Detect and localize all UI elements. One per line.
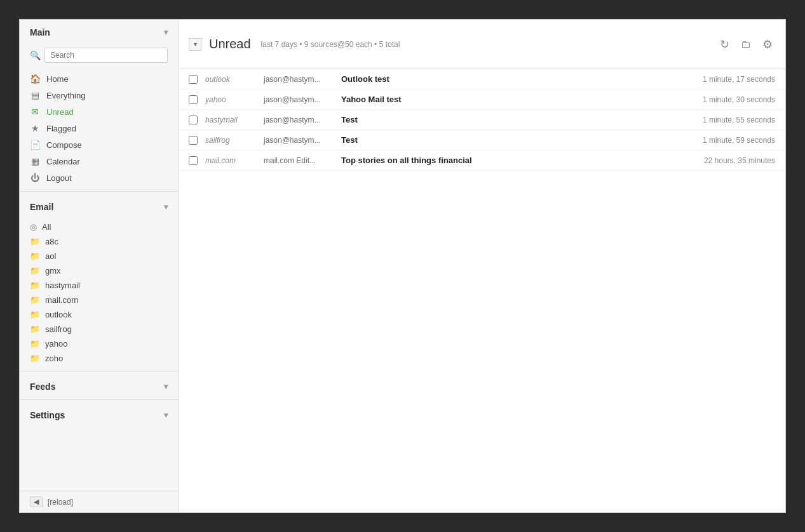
email-subject: Top stories on all things financial <box>341 156 679 165</box>
main-section-header[interactable]: Main ▾ <box>20 20 178 43</box>
settings-section-label: Settings <box>30 410 65 420</box>
email-from: jason@hastym... <box>264 95 334 104</box>
sidebar-item-compose[interactable]: 📄 Compose <box>20 136 178 153</box>
email-from: jason@hastym... <box>264 116 334 124</box>
email-source: hastymail <box>205 116 256 124</box>
folder-zoho-icon: 📁 <box>30 354 40 363</box>
table-row[interactable]: hastymail jason@hastym... Test 1 minute,… <box>179 110 785 130</box>
sidebar-item-calendar[interactable]: ▦ Calendar <box>20 153 178 170</box>
collapse-sidebar-button[interactable]: ◀ <box>30 496 43 507</box>
sidebar-item-logout[interactable]: ⏻ Logout <box>20 170 178 186</box>
flagged-icon: ★ <box>30 123 40 133</box>
main-header: ▾ Unread last 7 days • 9 sources@50 each… <box>179 20 785 69</box>
email-subject: Test <box>341 135 679 145</box>
search-icon: 🔍 <box>30 50 41 60</box>
folder-hastymail-icon: 📁 <box>30 281 40 290</box>
table-row[interactable]: mail.com mail.com Edit... Top stories on… <box>179 150 785 171</box>
settings-chevron-icon: ▾ <box>164 411 168 420</box>
main-nav: 🏠 Home ▤ Everything ✉ Unread ★ Flagged 📄… <box>20 68 178 189</box>
table-row[interactable]: outlook jason@hastym... Outlook test 1 m… <box>179 69 785 90</box>
folder-a8c-icon: 📁 <box>30 237 40 246</box>
feeds-section-label: Feeds <box>30 382 55 392</box>
email-item-hastymail[interactable]: 📁 hastymail <box>20 278 178 293</box>
divider-2 <box>20 371 178 371</box>
unread-icon: ✉ <box>30 107 40 117</box>
email-source: outlook <box>205 75 256 84</box>
all-icon: ◎ <box>30 222 37 232</box>
folder-sailfrog-icon: 📁 <box>30 324 40 334</box>
compose-icon: 📄 <box>30 140 40 150</box>
folder-aol-icon: 📁 <box>30 251 40 261</box>
email-from: jason@hastym... <box>264 75 334 84</box>
search-container: 🔍 <box>20 43 178 68</box>
email-time: 1 minute, 30 seconds <box>686 95 775 104</box>
email-item-mailcom[interactable]: 📁 mail.com <box>20 293 178 307</box>
email-section-label: Email <box>30 202 53 212</box>
table-row[interactable]: yahoo jason@hastym... Yahoo Mail test 1 … <box>179 90 785 110</box>
folder-button[interactable]: 🗀 <box>738 35 754 54</box>
refresh-button[interactable]: ↻ <box>717 35 732 54</box>
divider-3 <box>20 399 178 400</box>
header-dropdown-icon: ▾ <box>194 41 197 48</box>
sidebar-item-flagged[interactable]: ★ Flagged <box>20 120 178 136</box>
email-item-sailfrog[interactable]: 📁 sailfrog <box>20 322 178 336</box>
main-content: ▾ Unread last 7 days • 9 sources@50 each… <box>179 20 785 512</box>
sidebar-item-unread[interactable]: ✉ Unread <box>20 103 178 120</box>
email-time: 1 minute, 55 seconds <box>686 116 775 124</box>
email-from: mail.com Edit... <box>264 156 334 165</box>
email-checkbox-4[interactable] <box>189 156 198 165</box>
email-item-a8c[interactable]: 📁 a8c <box>20 234 178 249</box>
email-chevron-icon: ▾ <box>164 203 168 211</box>
logout-icon: ⏻ <box>30 173 40 183</box>
divider-1 <box>20 191 178 192</box>
email-checkbox-3[interactable] <box>189 136 198 145</box>
email-subject: Outlook test <box>341 74 679 84</box>
home-icon: 🏠 <box>30 74 40 84</box>
everything-icon: ▤ <box>30 90 40 100</box>
sidebar-item-everything[interactable]: ▤ Everything <box>20 87 178 103</box>
email-source: sailfrog <box>205 136 256 145</box>
header-title: Unread <box>209 37 251 51</box>
feeds-section-header[interactable]: Feeds ▾ <box>20 374 178 397</box>
header-dropdown-button[interactable]: ▾ <box>189 38 201 51</box>
folder-yahoo-icon: 📁 <box>30 339 40 349</box>
email-checkbox-1[interactable] <box>189 95 198 104</box>
email-subject: Test <box>341 115 679 124</box>
app-container: Main ▾ 🔍 🏠 Home ▤ Everything ✉ Unread ★ <box>19 19 786 513</box>
search-input[interactable] <box>44 48 168 63</box>
email-item-zoho[interactable]: 📁 zoho <box>20 351 178 366</box>
sidebar-bottom: ◀ [reload] <box>20 491 178 512</box>
email-account-list: ◎ All 📁 a8c 📁 aol 📁 gmx 📁 hastymail 📁 <box>20 217 178 368</box>
folder-gmx-icon: 📁 <box>30 266 40 276</box>
folder-outlook-icon: 📁 <box>30 310 40 319</box>
main-chevron-icon: ▾ <box>164 28 168 37</box>
feeds-chevron-icon: ▾ <box>164 382 168 391</box>
email-item-outlook[interactable]: 📁 outlook <box>20 307 178 322</box>
sidebar-item-home[interactable]: 🏠 Home <box>20 70 178 87</box>
calendar-icon: ▦ <box>30 156 40 166</box>
header-meta: last 7 days • 9 sources@50 each • 5 tota… <box>261 40 717 49</box>
settings-button[interactable]: ⚙ <box>760 35 775 54</box>
email-source: mail.com <box>205 156 256 165</box>
sidebar: Main ▾ 🔍 🏠 Home ▤ Everything ✉ Unread ★ <box>20 20 179 512</box>
header-actions: ↻ 🗀 ⚙ <box>717 35 775 54</box>
email-from: jason@hastym... <box>264 136 334 145</box>
email-checkbox-2[interactable] <box>189 116 198 124</box>
email-list: outlook jason@hastym... Outlook test 1 m… <box>179 69 785 512</box>
email-time: 22 hours, 35 minutes <box>686 156 775 165</box>
email-time: 1 minute, 17 seconds <box>686 75 775 84</box>
email-item-gmx[interactable]: 📁 gmx <box>20 263 178 278</box>
email-item-all[interactable]: ◎ All <box>20 220 178 234</box>
email-checkbox-0[interactable] <box>189 75 198 84</box>
email-source: yahoo <box>205 95 256 104</box>
reload-link[interactable]: [reload] <box>48 498 73 507</box>
email-subject: Yahoo Mail test <box>341 95 679 104</box>
main-section-label: Main <box>30 27 50 37</box>
folder-mailcom-icon: 📁 <box>30 295 40 305</box>
email-section-header[interactable]: Email ▾ <box>20 194 178 217</box>
email-item-aol[interactable]: 📁 aol <box>20 249 178 263</box>
table-row[interactable]: sailfrog jason@hastym... Test 1 minute, … <box>179 130 785 150</box>
email-item-yahoo[interactable]: 📁 yahoo <box>20 336 178 351</box>
settings-section-header[interactable]: Settings ▾ <box>20 402 178 425</box>
email-time: 1 minute, 59 seconds <box>686 136 775 145</box>
